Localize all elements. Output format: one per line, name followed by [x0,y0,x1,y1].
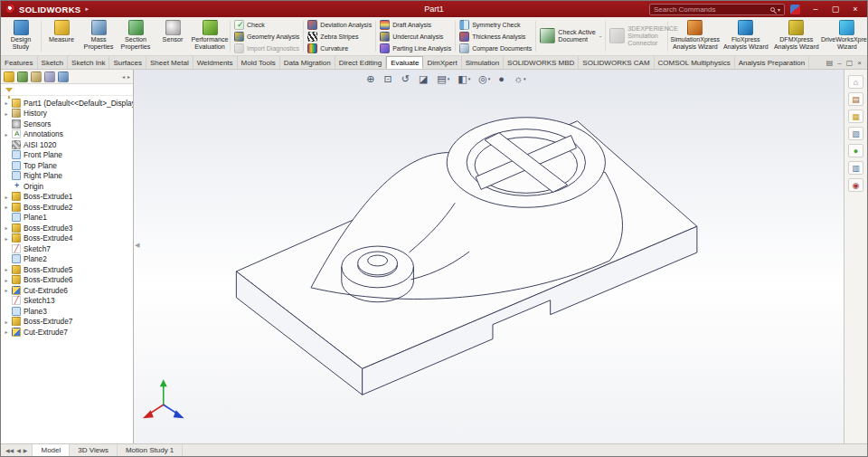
tab-mold-tools[interactable]: Mold Tools [238,56,280,69]
check-button[interactable]: Check [232,19,301,31]
curvature-button[interactable]: Curvature [306,43,373,54]
tab-sketch-ink[interactable]: Sketch Ink [68,56,109,69]
zoom-fit-button[interactable]: ⊕ [363,72,378,85]
tree-item-boss-extrude2[interactable]: ▸ Boss-Extrude2 [1,202,133,213]
display-style-button[interactable]: ◧ ▾ [455,72,473,85]
tree-item-boss-extrude7[interactable]: ▸ Boss-Extrude7 [1,317,133,328]
rewind-button[interactable]: ◀◀ [5,447,14,453]
minimize-button[interactable]: – [806,1,826,17]
panel-tab-left-arrow[interactable]: ◂ [122,73,125,80]
search-caret-icon[interactable]: ▾ [778,6,780,13]
check-active-document-button[interactable]: Check Active Document - [538,18,603,54]
expand-arrow-icon[interactable]: ▸ [4,328,9,335]
dfmxpress-wizard-button[interactable]: DFMXpress Analysis Wizard [771,18,821,54]
tab-simulation[interactable]: Simulation [462,56,504,69]
tree-item-boss-extrude4[interactable]: ▸ Boss-Extrude4 [1,233,133,244]
tab-solidworks-cam[interactable]: SOLIDWORKS CAM [579,56,654,69]
tree-item-boss-extrude1[interactable]: ▸ Boss-Extrude1 [1,192,133,203]
tab-analysis-preparation[interactable]: Analysis Preparation [735,56,809,69]
tree-item-right-plane[interactable]: Right Plane [1,171,133,182]
panel-tab-right-arrow[interactable]: ▸ [127,73,130,80]
undercut-analysis-button[interactable]: Undercut Analysis [378,31,453,43]
design-study-button[interactable]: Design Study [3,18,39,54]
featuremanager-tree-tab[interactable] [4,71,14,82]
file-explorer-tab[interactable]: ▦ [848,109,863,123]
tab-evaluate[interactable]: Evaluate [386,56,423,69]
prev-button[interactable]: ◀ [16,447,21,453]
zebra-stripes-button[interactable]: Zebra Stripes [306,31,373,43]
section-properties-button[interactable]: Section Properties [118,18,154,54]
tree-item-sketch13[interactable]: Sketch13 [1,296,133,307]
menu-expand-arrow-icon[interactable]: ▸ [85,5,89,13]
hide-show-items-button[interactable]: ◎ ▾ [476,72,493,85]
view-orientation-button[interactable]: ▤ ▾ [434,72,452,85]
tab-sketch[interactable]: Sketch [38,56,68,69]
tab-direct-editing[interactable]: Direct Editing [335,56,387,69]
tree-item-annotations[interactable]: ▸ Annotations [1,129,133,140]
3dexperience-simulation-connector-button[interactable]: 3DEXPERIENCE Simulation Connector [608,18,665,54]
tree-item-cut-extrude6[interactable]: ▸ Cut-Extrude6 [1,285,133,296]
help-icon[interactable] [790,5,800,14]
expand-arrow-icon[interactable]: ▸ [4,266,9,272]
search-input[interactable] [654,5,768,14]
motion-study-tab[interactable]: Motion Study 1 [118,444,183,456]
tab-sheet-metal[interactable]: Sheet Metal [146,56,193,69]
expand-arrow-icon[interactable]: ▸ [4,204,9,210]
solidworks-resources-tab[interactable]: ⌂ [848,75,863,89]
3d-views-tab[interactable]: 3D Views [70,444,118,456]
tree-item-origin[interactable]: Origin [1,181,133,192]
tab-weldments[interactable]: Weldments [193,56,238,69]
tab-dimxpert[interactable]: DimXpert [423,56,461,69]
import-diagnostics-button[interactable]: Import Diagnostics [232,43,301,54]
tree-item-sketch7[interactable]: Sketch7 [1,243,133,254]
parting-line-analysis-button[interactable]: Parting Line Analysis [378,43,453,54]
tab-surfaces[interactable]: Surfaces [109,56,146,69]
floxpress-wizard-button[interactable]: FloXpress Analysis Wizard [721,18,770,54]
tree-item-top-plane[interactable]: Top Plane [1,160,133,171]
doc-minimize-button[interactable]: – [837,59,841,67]
expand-arrow-icon[interactable]: ▸ [4,131,9,138]
dimxpertmanager-tab[interactable] [44,71,55,82]
thickness-analysis-button[interactable]: Thickness Analysis [458,31,533,43]
panel-collapse-arrow[interactable]: ◀ [135,242,139,249]
measure-button[interactable]: Measure [43,18,80,54]
tree-item-history[interactable]: ▸ History [1,109,133,119]
draft-analysis-button[interactable]: Draft Analysis [378,19,453,31]
close-button[interactable]: × [845,1,865,17]
compare-documents-button[interactable]: Compare Documents [458,43,533,54]
expand-arrow-icon[interactable]: ▸ [4,224,9,231]
tree-item-part[interactable]: ▸ Part1 (Default<<Default>_Display Stat [1,98,133,109]
tree-item-material[interactable]: AISI 1020 [1,139,133,150]
edit-appearance-button[interactable]: ● [495,72,508,85]
tab-features[interactable]: Features [1,56,38,69]
section-view-button[interactable]: ◪ [416,72,431,85]
tree-item-sensors[interactable]: Sensors [1,119,133,129]
tab-comsol-multiphysics[interactable]: COMSOL Multiphysics [655,56,735,69]
geometry-analysis-button[interactable]: Geometry Analysis [232,31,301,43]
driveworksxpress-wizard-button[interactable]: DriveWorksXpress Wizard [822,18,867,54]
expand-arrow-icon[interactable]: ▸ [4,110,9,117]
view-palette-tab[interactable]: ▧ [848,127,863,140]
mass-properties-button[interactable]: Mass Properties [80,18,117,54]
tree-item-boss-extrude6[interactable]: ▸ Boss-Extrude6 [1,275,133,286]
next-button[interactable]: ▶ [24,447,28,453]
search-icon[interactable] [770,7,775,12]
tree-item-boss-extrude3[interactable]: ▸ Boss-Extrude3 [1,223,133,233]
previous-view-button[interactable]: ↺ [399,72,413,85]
design-library-tab[interactable]: ▤ [848,92,863,106]
tab-data-migration[interactable]: Data Migration [280,56,335,69]
view-settings-button[interactable]: ☼ ▾ [511,72,529,85]
doc-restore-button[interactable]: ▢ [846,59,854,67]
expand-arrow-icon[interactable]: ▸ [4,287,9,293]
deviation-analysis-button[interactable]: Deviation Analysis [306,19,373,31]
model-tab[interactable]: Model [33,444,70,456]
tree-item-plane1[interactable]: Plane1 [1,213,133,224]
symmetry-check-button[interactable]: Symmetry Check [458,19,533,31]
tree-item-boss-extrude5[interactable]: ▸ Boss-Extrude5 [1,264,133,275]
tree-item-front-plane[interactable]: Front Plane [1,150,133,161]
filter-icon[interactable] [5,88,13,92]
doc-close-button[interactable]: × [857,59,862,67]
solidworks-forum-tab[interactable]: ◉ [848,178,863,192]
part-model-wireframe[interactable] [134,70,844,443]
expand-arrow-icon[interactable]: ▸ [4,319,9,325]
